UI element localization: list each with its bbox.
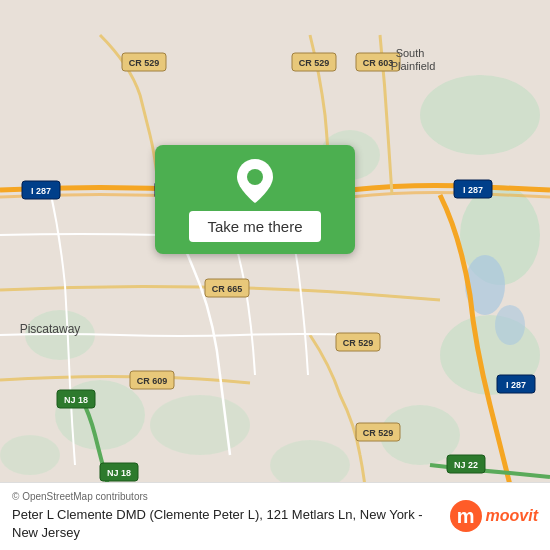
map-svg: CR 529 CR 529 CR 603 I 287 I 287 I 287 I…	[0, 0, 550, 550]
svg-text:NJ 18: NJ 18	[64, 395, 88, 405]
moovit-m-icon: m	[450, 500, 482, 532]
take-me-there-overlay[interactable]: Take me there	[155, 145, 355, 254]
osm-credit: © OpenStreetMap contributors	[12, 491, 440, 502]
map-background: CR 529 CR 529 CR 603 I 287 I 287 I 287 I…	[0, 0, 550, 550]
moovit-text: moovit	[486, 507, 538, 525]
svg-text:CR 603: CR 603	[363, 58, 394, 68]
svg-text:Plainfield: Plainfield	[391, 60, 436, 72]
svg-point-7	[0, 435, 60, 475]
svg-text:CR 529: CR 529	[363, 428, 394, 438]
location-pin-icon	[237, 159, 273, 203]
map-container: CR 529 CR 529 CR 603 I 287 I 287 I 287 I…	[0, 0, 550, 550]
svg-text:I 287: I 287	[31, 186, 51, 196]
svg-text:NJ 22: NJ 22	[454, 460, 478, 470]
info-bar: © OpenStreetMap contributors Peter L Cle…	[0, 482, 550, 550]
svg-text:CR 529: CR 529	[129, 58, 160, 68]
svg-text:Piscataway: Piscataway	[20, 322, 81, 336]
svg-point-1	[420, 75, 540, 155]
info-text-block: © OpenStreetMap contributors Peter L Cle…	[12, 491, 440, 542]
svg-text:CR 529: CR 529	[299, 58, 330, 68]
svg-point-44	[247, 169, 263, 185]
svg-text:NJ 18: NJ 18	[107, 468, 131, 478]
svg-text:I 287: I 287	[506, 380, 526, 390]
svg-point-8	[150, 395, 250, 455]
svg-text:CR 529: CR 529	[343, 338, 374, 348]
svg-text:I 287: I 287	[463, 185, 483, 195]
svg-text:South: South	[396, 47, 425, 59]
take-me-there-button[interactable]: Take me there	[189, 211, 320, 242]
svg-text:CR 609: CR 609	[137, 376, 168, 386]
svg-text:CR 665: CR 665	[212, 284, 243, 294]
moovit-logo: m moovit	[450, 500, 538, 532]
location-name: Peter L Clemente DMD (Clemente Peter L),…	[12, 506, 440, 542]
svg-point-12	[495, 305, 525, 345]
